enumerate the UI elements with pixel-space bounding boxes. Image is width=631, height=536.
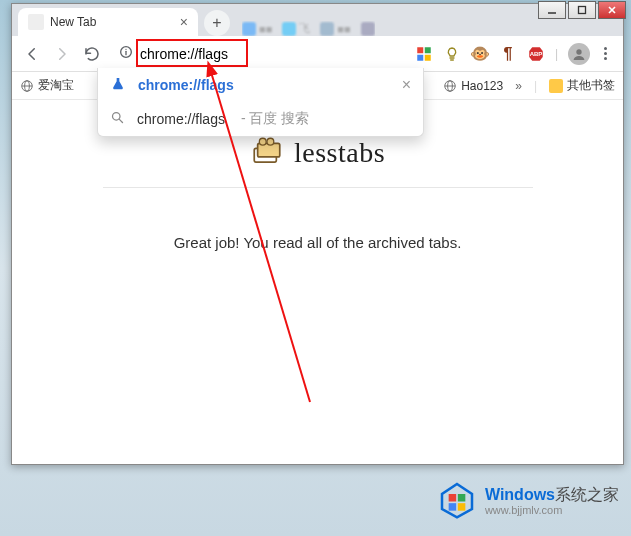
omnibox-suggestion[interactable]: chrome://flags - 百度 搜索: [98, 102, 423, 136]
extension-icon-bulb[interactable]: [443, 45, 461, 63]
suggestion-remove-icon[interactable]: ×: [402, 76, 411, 94]
svg-point-25: [267, 138, 274, 145]
omnibox-suggestion[interactable]: chrome://flags ×: [98, 68, 423, 102]
forward-button[interactable]: [50, 42, 74, 66]
search-icon: [110, 110, 125, 128]
extension-icon-pilcrow[interactable]: ¶: [499, 45, 517, 63]
toolbar: 🐵 ¶ ABP |: [12, 36, 623, 72]
svg-line-21: [119, 119, 122, 122]
svg-rect-28: [449, 494, 457, 502]
bookmarks-overflow[interactable]: »: [515, 79, 522, 93]
svg-marker-27: [442, 484, 472, 517]
browser-menu-button[interactable]: [600, 43, 611, 64]
extension-icon-google[interactable]: [415, 45, 433, 63]
extension-icon-abp[interactable]: ABP: [527, 45, 545, 63]
bookmark-item[interactable]: 爱淘宝: [20, 77, 74, 94]
svg-point-20: [113, 113, 121, 121]
watermark-title-right: 系统之家: [555, 486, 619, 503]
svg-rect-9: [417, 54, 423, 60]
watermark-title: Windows系统之家: [485, 485, 619, 506]
svg-rect-8: [425, 47, 431, 53]
tab-active[interactable]: New Tab ×: [18, 8, 198, 36]
background-tabs-blurred: ■■ 飞 ■■: [242, 21, 375, 36]
suggestion-hint: - 百度 搜索: [241, 110, 309, 128]
toolbar-right: 🐵 ¶ ABP |: [415, 43, 615, 65]
extension-icon-monkey[interactable]: 🐵: [471, 45, 489, 63]
flask-icon: [110, 76, 126, 95]
globe-icon: [20, 79, 34, 93]
tab-favicon: [28, 14, 44, 30]
bookmark-label: Hao123: [461, 79, 503, 93]
svg-rect-1: [579, 7, 586, 14]
new-tab-button[interactable]: +: [204, 10, 230, 36]
page-brand-title: lesstabs: [294, 137, 385, 169]
site-info-icon[interactable]: [118, 44, 134, 63]
watermark: Windows系统之家 www.bjjmlv.com: [437, 479, 619, 522]
omnibox-suggestions-dropdown: chrome://flags × chrome://flags - 百度 搜索: [97, 68, 424, 137]
suggestion-text: chrome://flags: [138, 77, 234, 93]
svg-point-13: [576, 49, 581, 54]
reload-button[interactable]: [80, 42, 104, 66]
suggestion-query: chrome://flags: [137, 111, 225, 127]
watermark-logo-icon: [437, 479, 477, 522]
tab-strip: New Tab × + ■■ 飞 ■■: [12, 4, 623, 36]
svg-rect-29: [458, 494, 466, 502]
toolbar-separator: |: [555, 47, 558, 61]
window-maximize-button[interactable]: [568, 1, 596, 19]
window-minimize-button[interactable]: [538, 1, 566, 19]
folder-icon: [549, 79, 563, 93]
svg-rect-10: [425, 54, 431, 60]
svg-rect-23: [258, 143, 280, 157]
svg-text:ABP: ABP: [530, 51, 543, 57]
svg-point-24: [259, 138, 266, 145]
watermark-title-left: Windows: [485, 486, 555, 503]
other-bookmarks-folder[interactable]: 其他书签: [549, 77, 615, 94]
svg-rect-30: [449, 503, 457, 511]
window-close-button[interactable]: [598, 1, 626, 19]
omnibox[interactable]: [110, 40, 258, 68]
svg-rect-7: [417, 47, 423, 53]
svg-rect-31: [458, 503, 466, 511]
tab-close-icon[interactable]: ×: [180, 14, 188, 30]
lesstabs-logo-icon: [250, 136, 284, 169]
page-message: Great job! You read all of the archived …: [12, 234, 623, 251]
bookmarks-separator: |: [534, 79, 537, 93]
browser-window: New Tab × + ■■ 飞 ■■: [11, 3, 624, 465]
profile-avatar[interactable]: [568, 43, 590, 65]
back-button[interactable]: [20, 42, 44, 66]
address-input[interactable]: [140, 46, 250, 62]
globe-icon: [443, 79, 457, 93]
bookmark-label: 其他书签: [567, 77, 615, 94]
bookmark-label: 爱淘宝: [38, 77, 74, 94]
divider: [103, 187, 533, 188]
bookmark-item[interactable]: Hao123: [443, 79, 503, 93]
tab-title: New Tab: [50, 15, 96, 29]
